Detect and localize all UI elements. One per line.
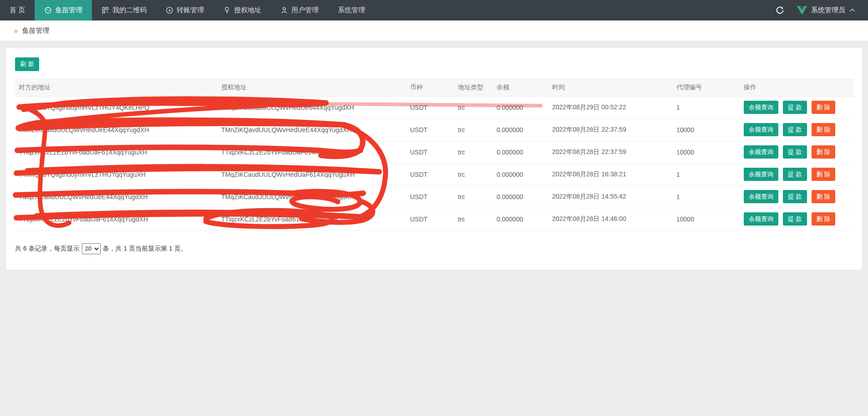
nav-item-user-management[interactable]: 用户管理 xyxy=(271,0,328,21)
cell-authorized-address: TTiqzxKCzL2E2bYvFoad614XqqYugdXH xyxy=(218,208,406,230)
cell-authorized-address: TMqZiKCaudJUULQWvHedUe644XqqYugdXH xyxy=(218,96,406,118)
cell-counterparty-address: TThKQaoYQiigthdoymHVLzTHUY4QKeLHPQ xyxy=(15,96,218,118)
cell-address-type: trc xyxy=(454,208,493,230)
balance-query-button[interactable]: 余额查询 xyxy=(744,145,778,159)
delete-button[interactable]: 删 除 xyxy=(812,212,836,226)
table-row: TTbptxKCzL2E2bYvFoadUaF614XqqYugdXH TTiq… xyxy=(15,208,854,230)
cell-time: 2022年08月28日 22:37:59 xyxy=(548,141,673,163)
cell-authorized-address: TMqZiKCaudJUULQWvHeUaF614XqqYugdXH xyxy=(218,185,406,208)
nav-item-transfer-management[interactable]: ¥ 转账管理 xyxy=(156,0,213,21)
cell-address-type: trc xyxy=(454,118,493,141)
delete-button[interactable]: 删 除 xyxy=(812,190,836,204)
cell-authorized-address: TMnZiKQavdUULQWvHedUeE44XqqYugdXH xyxy=(218,118,406,141)
nav-item-label: 首 页 xyxy=(10,6,25,15)
cell-balance: 0.000000 xyxy=(493,118,548,141)
nav-item-label: 系统管理 xyxy=(338,6,365,15)
table-row: TTiqzxKCzL2E2bYvFoadUaF614XqqYuguXH TTiq… xyxy=(15,141,854,163)
cell-actions: 余额查询 提 款 删 除 xyxy=(740,118,854,141)
cell-authorized-address: TMqZiKCaudUULQWvHedUaF614XqqYuguXH xyxy=(218,163,406,185)
cell-authorized-address: TTiqzxKCzL2E2bYvFoadUaF614XqqYuguXH xyxy=(218,141,406,163)
cell-currency: USDT xyxy=(406,208,454,230)
balance-query-button[interactable]: 余额查询 xyxy=(744,101,778,114)
cell-agent-number: 1 xyxy=(673,185,740,208)
cell-time: 2022年08月28日 14:55:42 xyxy=(548,185,673,208)
breadcrumb: 鱼苗管理 xyxy=(22,26,49,35)
cell-address-type: trc xyxy=(454,163,493,185)
breadcrumb-bar: » 鱼苗管理 xyxy=(0,21,868,41)
withdraw-button[interactable]: 提 款 xyxy=(783,212,807,226)
cell-time: 2022年08月29日 00:52:22 xyxy=(548,96,673,118)
nav-item-authorized-address[interactable]: 授权地址 xyxy=(213,0,271,21)
header-currency: 币种 xyxy=(406,79,454,96)
header-agent-number: 代理编号 xyxy=(673,79,740,96)
cell-counterparty-address: TTiqzxKCzL2E2bYvFoadUaF614XqqYuguXH xyxy=(15,141,218,163)
nav-item-label: 我的二维码 xyxy=(112,6,147,15)
cell-currency: USDT xyxy=(406,141,454,163)
cell-actions: 余额查询 提 款 删 除 xyxy=(740,208,854,230)
fry-table: 对方的地址 授权地址 币种 地址类型 余额 时间 代理编号 操作 TThKQao… xyxy=(15,79,854,231)
withdraw-button[interactable]: 提 款 xyxy=(783,123,807,137)
header-time: 时间 xyxy=(548,79,673,96)
chevron-up-icon xyxy=(849,8,855,12)
withdraw-button[interactable]: 提 款 xyxy=(783,101,807,114)
delete-button[interactable]: 删 除 xyxy=(812,168,836,181)
balance-query-button[interactable]: 余额查询 xyxy=(744,190,778,204)
withdraw-button[interactable]: 提 款 xyxy=(783,145,807,159)
yen-icon: ¥ xyxy=(166,6,173,14)
header-address-type: 地址类型 xyxy=(454,79,493,96)
table-row: TMnZiKQavdUULQWvHedUeE44XqqYugdXH TMnZiK… xyxy=(15,118,854,141)
cell-balance: 0.000000 xyxy=(493,185,548,208)
cell-agent-number: 10000 xyxy=(673,208,740,230)
table-row: TThKQaoYQiigthdoymHVLzTHUY4QKeLHPQ TMqZi… xyxy=(15,96,854,118)
nav-right-area: 系统管理员 xyxy=(776,0,868,21)
nav-item-label: 用户管理 xyxy=(291,6,319,15)
cell-actions: 余额查询 提 款 删 除 xyxy=(740,163,854,185)
user-menu[interactable]: 系统管理员 xyxy=(797,6,855,15)
nav-item-home[interactable]: 首 页 xyxy=(0,0,35,21)
cell-time: 2022年08月28日 14:46:00 xyxy=(548,208,673,230)
delete-button[interactable]: 删 除 xyxy=(812,123,836,137)
pagination-bar: 共 6 条记录，每页显示 20 条，共 1 页当前显示第 1 页。 xyxy=(15,243,853,254)
header-counterparty-address: 对方的地址 xyxy=(15,79,218,96)
cell-time: 2022年08月28日 22:37:59 xyxy=(548,118,673,141)
cell-currency: USDT xyxy=(406,163,454,185)
pin-icon xyxy=(223,6,231,14)
cell-balance: 0.000000 xyxy=(493,208,548,230)
delete-button[interactable]: 删 除 xyxy=(812,101,836,114)
user-icon xyxy=(280,6,288,14)
balance-query-button[interactable]: 余额查询 xyxy=(744,123,778,137)
cell-agent-number: 10000 xyxy=(673,118,740,141)
header-balance: 余额 xyxy=(493,79,548,96)
table-body: TThKQaoYQiigthdoymHVLzTHUY4QKeLHPQ TMqZi… xyxy=(15,96,854,230)
nav-item-label: 鱼苗管理 xyxy=(55,6,82,15)
nav-item-fry-management[interactable]: 鱼苗管理 xyxy=(35,0,92,21)
fry-icon xyxy=(44,6,52,14)
withdraw-button[interactable]: 提 款 xyxy=(783,168,807,181)
cell-counterparty-address: TTbptxKCzL2E2bYvFoadUaF614XqqYugdXH xyxy=(15,208,218,230)
delete-button[interactable]: 删 除 xyxy=(812,145,836,159)
cell-address-type: trc xyxy=(454,96,493,118)
qrcode-icon xyxy=(102,6,109,14)
cell-actions: 余额查询 提 款 删 除 xyxy=(740,96,854,118)
table-row: TMqZKCaudUULQWvHedUeE44XqqYugdXH TMqZiKC… xyxy=(15,185,854,208)
cell-address-type: trc xyxy=(454,141,493,163)
cell-balance: 0.000000 xyxy=(493,141,548,163)
breadcrumb-chevrons-icon: » xyxy=(14,27,18,35)
refresh-button[interactable]: 刷 新 xyxy=(15,57,39,71)
refresh-icon[interactable] xyxy=(776,6,784,15)
table-row: TThKQaoYQiigthdoymHVLzTHUYqqYuguXH TMqZi… xyxy=(15,163,854,185)
nav-item-my-qrcode[interactable]: 我的二维码 xyxy=(92,0,156,21)
balance-query-button[interactable]: 余额查询 xyxy=(744,168,778,181)
cell-currency: USDT xyxy=(406,96,454,118)
cell-currency: USDT xyxy=(406,185,454,208)
svg-text:¥: ¥ xyxy=(168,8,171,13)
pagination-text-before: 共 6 条记录，每页显示 xyxy=(15,245,80,253)
header-authorized-address: 授权地址 xyxy=(218,79,406,96)
balance-query-button[interactable]: 余额查询 xyxy=(744,212,778,226)
page-size-select[interactable]: 20 xyxy=(82,243,101,254)
vue-logo-icon xyxy=(797,6,807,15)
withdraw-button[interactable]: 提 款 xyxy=(783,190,807,204)
cell-counterparty-address: TMnZiKQavdUULQWvHedUeE44XqqYugdXH xyxy=(15,118,218,141)
nav-item-system-management[interactable]: 系统管理 xyxy=(328,0,375,21)
top-navbar: 首 页 鱼苗管理 我的二维码 ¥ 转账管理 授权地址 用户管理 系统管理 xyxy=(0,0,868,21)
